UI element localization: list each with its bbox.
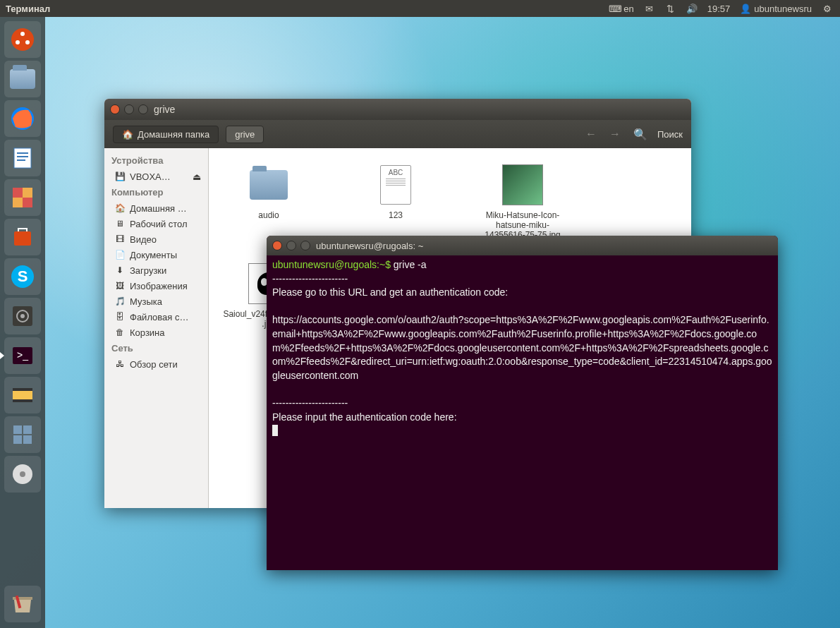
file-item-image[interactable]: Miku-Hatsune-Icon-hatsune-miku-14355616-… bbox=[477, 162, 568, 240]
svg-rect-11 bbox=[13, 198, 23, 207]
term-titlebar[interactable]: ubuntunewsru@rugoals: ~ bbox=[267, 236, 778, 255]
sidebar-item-device[interactable]: 💾 VBOXA… ⏏ bbox=[104, 169, 208, 184]
network-icon: 🖧 bbox=[114, 358, 126, 370]
documents-icon: 📄 bbox=[114, 249, 126, 260]
fm-toolbar: 🏠 Домашняя папка grive ← → 🔍 Поиск bbox=[104, 120, 691, 148]
svg-rect-6 bbox=[17, 152, 28, 154]
launcher-dash[interactable] bbox=[4, 21, 41, 58]
terminal-window: ubuntunewsru@rugoals: ~ ubuntunewsru@rug… bbox=[267, 236, 778, 570]
sidebar-section-network: Сеть bbox=[104, 340, 208, 356]
svg-rect-24 bbox=[13, 425, 22, 434]
network-icon: ⇅ bbox=[665, 3, 676, 14]
speaker-icon: 🔊 bbox=[686, 3, 698, 14]
svg-text:>_: >_ bbox=[17, 349, 28, 361]
launcher-trash[interactable] bbox=[4, 586, 41, 622]
system-tray: ⌨ en ✉ ⇅ 🔊 19:57 👤 ubuntunewsru ⚙ bbox=[609, 3, 840, 14]
drive-icon: 💾 bbox=[114, 171, 126, 182]
sidebar-item-documents[interactable]: 📄Документы bbox=[104, 247, 208, 262]
svg-point-2 bbox=[16, 40, 20, 44]
document-icon: ABC bbox=[380, 165, 411, 205]
file-item-folder[interactable]: audio bbox=[223, 162, 315, 240]
launcher-settings-tools[interactable] bbox=[4, 179, 41, 216]
breadcrumb-home[interactable]: 🏠 Домашняя папка bbox=[113, 126, 219, 143]
unity-launcher: S >_ bbox=[0, 17, 45, 628]
sidebar-item-pictures[interactable]: 🖼Изображения bbox=[104, 278, 208, 294]
svg-point-3 bbox=[25, 40, 30, 44]
fm-minimize-button[interactable] bbox=[124, 104, 134, 114]
panel-app-title: Терминал bbox=[6, 4, 50, 14]
launcher-software-center[interactable] bbox=[4, 219, 41, 255]
svg-rect-27 bbox=[23, 435, 32, 444]
network-indicator[interactable]: ⇅ bbox=[665, 3, 676, 14]
clock[interactable]: 19:57 bbox=[707, 4, 731, 14]
term-close-button[interactable] bbox=[272, 241, 282, 250]
eject-icon[interactable]: ⏏ bbox=[193, 171, 201, 182]
fm-maximize-button[interactable] bbox=[138, 104, 148, 114]
sidebar-section-devices: Устройства bbox=[104, 152, 208, 169]
sidebar-item-network[interactable]: 🖧Обзор сети bbox=[104, 356, 208, 372]
svg-rect-10 bbox=[23, 188, 32, 198]
pictures-icon: 🖼 bbox=[114, 280, 126, 291]
nav-back-button[interactable]: ← bbox=[583, 128, 599, 140]
launcher-terminal[interactable]: >_ bbox=[4, 337, 41, 374]
search-label: Поиск bbox=[657, 129, 683, 140]
keyboard-icon: ⌨ bbox=[609, 3, 621, 14]
envelope-icon: ✉ bbox=[644, 3, 655, 14]
session-menu[interactable]: ⚙ bbox=[822, 3, 833, 14]
fm-window-title: grive bbox=[154, 104, 175, 115]
sidebar-item-downloads[interactable]: ⬇Загрузки bbox=[104, 262, 208, 278]
folder-icon bbox=[250, 170, 288, 200]
fm-sidebar: Устройства 💾 VBOXA… ⏏ Компьютер 🏠Домашня… bbox=[104, 148, 209, 508]
launcher-workspace-switcher[interactable] bbox=[4, 416, 41, 453]
launcher-writer[interactable] bbox=[4, 140, 41, 176]
home-icon: 🏠 bbox=[114, 203, 126, 214]
term-maximize-button[interactable] bbox=[300, 241, 310, 250]
search-button[interactable]: 🔍 bbox=[631, 128, 650, 141]
file-item-doc[interactable]: ABC 123 bbox=[350, 162, 442, 240]
volume-indicator[interactable]: 🔊 bbox=[686, 3, 698, 14]
video-icon: 🎞 bbox=[114, 234, 126, 245]
sidebar-section-computer: Компьютер bbox=[104, 184, 208, 200]
trash-icon: 🗑 bbox=[114, 327, 126, 338]
launcher-disc[interactable] bbox=[4, 456, 41, 493]
music-icon: 🎵 bbox=[114, 296, 126, 307]
svg-rect-12 bbox=[23, 198, 32, 207]
svg-rect-22 bbox=[13, 388, 32, 391]
sidebar-item-trash[interactable]: 🗑Корзина bbox=[104, 325, 208, 340]
filesystem-icon: 🗄 bbox=[114, 311, 126, 322]
launcher-video-editor[interactable] bbox=[4, 377, 41, 413]
launcher-firefox[interactable] bbox=[4, 100, 41, 137]
sidebar-item-video[interactable]: 🎞Видео bbox=[104, 231, 208, 247]
launcher-files[interactable] bbox=[4, 61, 41, 97]
sidebar-item-desktop[interactable]: 🖥Рабочий стол bbox=[104, 216, 208, 231]
svg-text:S: S bbox=[18, 267, 28, 285]
fm-close-button[interactable] bbox=[110, 104, 120, 114]
svg-point-29 bbox=[20, 471, 25, 477]
breadcrumb-current[interactable]: grive bbox=[226, 126, 264, 143]
svg-point-1 bbox=[20, 32, 25, 36]
svg-point-18 bbox=[20, 314, 25, 318]
term-minimize-button[interactable] bbox=[286, 241, 296, 250]
nav-forward-button[interactable]: → bbox=[607, 128, 623, 140]
svg-rect-13 bbox=[14, 231, 31, 246]
svg-rect-26 bbox=[13, 435, 22, 444]
launcher-system-settings[interactable] bbox=[4, 298, 41, 334]
mail-indicator[interactable]: ✉ bbox=[644, 3, 655, 14]
sidebar-item-filesystem[interactable]: 🗄Файловая с… bbox=[104, 309, 208, 325]
downloads-icon: ⬇ bbox=[114, 265, 126, 276]
launcher-skype[interactable]: S bbox=[4, 258, 41, 295]
svg-rect-9 bbox=[13, 188, 23, 198]
top-panel: Терминал ⌨ en ✉ ⇅ 🔊 19:57 👤 ubuntunewsru… bbox=[0, 0, 840, 17]
sidebar-item-home[interactable]: 🏠Домашняя … bbox=[104, 200, 208, 216]
svg-rect-23 bbox=[13, 399, 32, 402]
user-icon: 👤 bbox=[740, 3, 751, 14]
keyboard-indicator[interactable]: ⌨ en bbox=[609, 3, 633, 14]
sidebar-item-music[interactable]: 🎵Музыка bbox=[104, 294, 208, 309]
svg-rect-5 bbox=[14, 148, 31, 168]
terminal-body[interactable]: ubuntunewsru@rugoals:~$ grive -a -------… bbox=[267, 255, 778, 570]
term-window-title: ubuntunewsru@rugoals: ~ bbox=[316, 241, 423, 251]
image-thumbnail-icon bbox=[502, 164, 543, 205]
desktop-icon: 🖥 bbox=[114, 218, 126, 229]
fm-titlebar[interactable]: grive bbox=[104, 99, 691, 120]
user-menu[interactable]: 👤 ubuntunewsru bbox=[740, 3, 812, 14]
